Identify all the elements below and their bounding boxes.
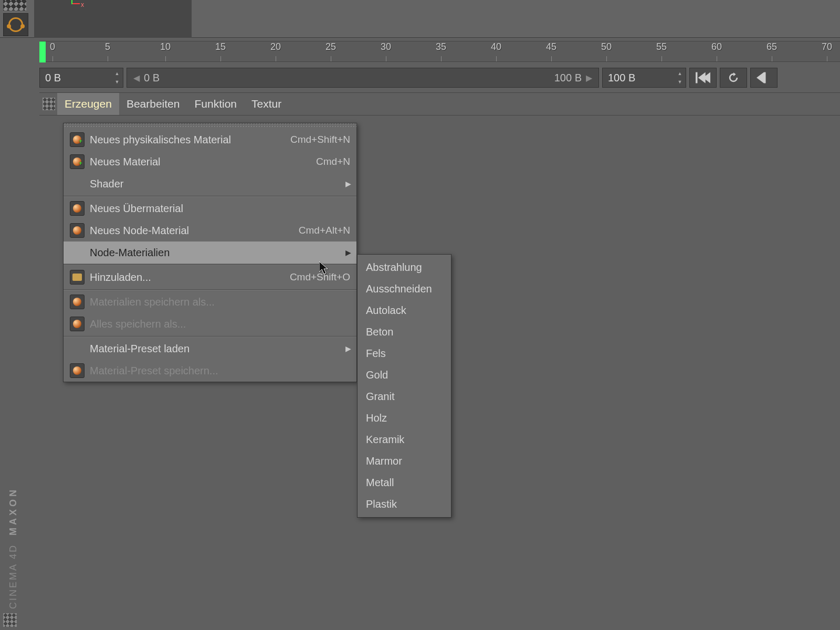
timeline-tick: 25 xyxy=(326,41,336,52)
svg-rect-0 xyxy=(696,72,698,83)
node-materialien-submenu: AbstrahlungAusschneidenAutolackBetonFels… xyxy=(357,254,452,518)
timeline-tick: 10 xyxy=(160,41,171,52)
menu-item-neues-physikalisches-material[interactable]: +Neues physikalisches MaterialCmd+Shift+… xyxy=(64,129,356,151)
current-frame-field[interactable]: 0 B ▲▼ xyxy=(39,68,123,88)
timeline-tick: 30 xyxy=(381,41,391,52)
material-icon xyxy=(70,201,85,216)
submenu-item-fels[interactable]: Fels xyxy=(358,343,451,364)
menu-separator xyxy=(64,289,356,290)
folder-icon xyxy=(70,270,85,285)
timeline-tick: 35 xyxy=(436,41,446,52)
menu-bearbeiten[interactable]: Bearbeiten xyxy=(119,93,187,115)
submenu-item-abstrahlung[interactable]: Abstrahlung xyxy=(358,257,451,278)
timeline-tick: 65 xyxy=(766,41,777,52)
submenu-item-granit[interactable]: Granit xyxy=(358,386,451,407)
menu-item-label: Alles speichern als... xyxy=(90,318,350,330)
total-frames-field[interactable]: 100 B ▲▼ xyxy=(602,68,686,88)
timeline-tick: 15 xyxy=(215,41,226,52)
shortcut-label: Cmd+Shift+O xyxy=(290,271,350,283)
timeline-tick: 60 xyxy=(711,41,722,52)
material-icon xyxy=(70,295,85,309)
menu-grip-icon[interactable] xyxy=(64,123,356,129)
menu-item-label: Neues Node-Material xyxy=(90,225,299,237)
menu-textur[interactable]: Textur xyxy=(244,93,289,115)
menu-item-material-preset-laden[interactable]: Material-Preset laden▶ xyxy=(64,338,356,360)
material-menubar: ErzeugenBearbeitenFunktionTextur xyxy=(39,92,840,116)
viewport-inner xyxy=(34,0,192,38)
submenu-item-ausschneiden[interactable]: Ausschneiden xyxy=(358,278,451,300)
grid-icon[interactable] xyxy=(40,96,57,112)
timeline-tick: 70 xyxy=(822,41,832,52)
menu-item-label: Material-Preset speichern... xyxy=(90,365,350,377)
goto-start-button[interactable] xyxy=(689,68,717,88)
menu-item-label: Hinzuladen... xyxy=(90,271,290,284)
blank-icon xyxy=(70,176,85,191)
menu-item-label: Neues physikalisches Material xyxy=(90,134,290,146)
menu-item-material-preset-speichern: Material-Preset speichern... xyxy=(64,360,356,382)
shortcut-label: Cmd+Shift+N xyxy=(290,134,350,145)
menu-item-neues-node-material[interactable]: Neues Node-MaterialCmd+Alt+N xyxy=(64,219,356,242)
chevron-right-icon[interactable]: ▶ xyxy=(584,73,594,83)
blank-icon xyxy=(70,245,85,260)
submenu-item-holz[interactable]: Holz xyxy=(358,407,451,429)
shortcut-label: Cmd+Alt+N xyxy=(299,225,350,236)
frame-range-slider[interactable]: ◀ 0 B 100 B ▶ xyxy=(127,68,599,88)
timeline-playhead[interactable] xyxy=(39,41,46,62)
tool-icon[interactable] xyxy=(3,13,28,36)
submenu-item-autolack[interactable]: Autolack xyxy=(358,300,451,321)
viewport-strip: x xyxy=(0,0,840,38)
svg-rect-4 xyxy=(764,72,766,83)
chevron-right-icon: ▶ xyxy=(345,180,351,188)
submenu-item-marmor[interactable]: Marmor xyxy=(358,450,451,472)
erzeugen-dropdown: +Neues physikalisches MaterialCmd+Shift+… xyxy=(63,123,357,382)
menu-item-shader[interactable]: Shader▶ xyxy=(64,173,356,195)
timeline-ruler[interactable]: 0510152025303540455055606570 xyxy=(39,41,840,62)
material-icon xyxy=(70,223,85,238)
submenu-item-beton[interactable]: Beton xyxy=(358,321,451,343)
material-icon xyxy=(70,363,85,378)
menu-item-node-materialien[interactable]: Node-Materialien▶ xyxy=(64,242,356,264)
timeline-tick: 0 xyxy=(50,41,55,52)
timeline-tick: 45 xyxy=(546,41,556,52)
material-icon xyxy=(70,317,85,331)
menu-item-alles-speichern-als: Alles speichern als... xyxy=(64,313,356,335)
submenu-item-gold[interactable]: Gold xyxy=(358,364,451,386)
menu-separator xyxy=(64,196,356,196)
loop-button[interactable] xyxy=(720,68,747,88)
menu-erzeugen[interactable]: Erzeugen xyxy=(57,93,119,115)
menu-separator xyxy=(64,265,356,265)
timeline-tick: 55 xyxy=(656,41,667,52)
chevron-left-icon[interactable]: ◀ xyxy=(131,73,142,83)
menu-item-neues-material[interactable]: +Neues MaterialCmd+N xyxy=(64,151,356,173)
grid-icon[interactable] xyxy=(3,613,17,627)
timeline-tick: 20 xyxy=(270,41,281,52)
menu-separator xyxy=(64,336,356,337)
submenu-item-metall[interactable]: Metall xyxy=(358,472,451,494)
menu-item-label: Neues Übermaterial xyxy=(90,203,350,215)
stepper-icon[interactable]: ▲▼ xyxy=(113,69,121,86)
material-add-icon: + xyxy=(70,154,85,169)
chevron-right-icon: ▶ xyxy=(345,344,351,353)
blank-icon xyxy=(70,341,85,356)
axis-x xyxy=(72,3,80,4)
total-frames-value: 100 B xyxy=(608,72,635,84)
svg-marker-3 xyxy=(757,72,764,83)
menu-item-hinzuladen[interactable]: Hinzuladen...Cmd+Shift+O xyxy=(64,266,356,288)
vendor-name: MAXON xyxy=(8,487,18,536)
product-name: CINEMA 4D xyxy=(8,544,18,609)
brand-label: CINEMA 4D MAXON xyxy=(8,487,19,609)
submenu-item-plastik[interactable]: Plastik xyxy=(358,494,451,515)
menu-item-neues-bermaterial[interactable]: Neues Übermaterial xyxy=(64,197,356,219)
menu-item-label: Node-Materialien xyxy=(90,247,350,259)
step-back-button[interactable] xyxy=(750,68,778,88)
stepper-icon[interactable]: ▲▼ xyxy=(676,69,684,86)
timeline-tick: 40 xyxy=(491,41,501,52)
menu-item-label: Shader xyxy=(90,178,350,190)
submenu-item-keramik[interactable]: Keramik xyxy=(358,429,451,450)
material-add-icon: + xyxy=(70,132,85,147)
range-start-value: 0 B xyxy=(144,72,160,84)
menu-item-label: Neues Material xyxy=(90,156,316,168)
menu-funktion[interactable]: Funktion xyxy=(187,93,244,115)
shortcut-label: Cmd+N xyxy=(316,156,350,167)
frame-controls: 0 B ▲▼ ◀ 0 B 100 B ▶ 100 B ▲▼ xyxy=(39,65,840,90)
